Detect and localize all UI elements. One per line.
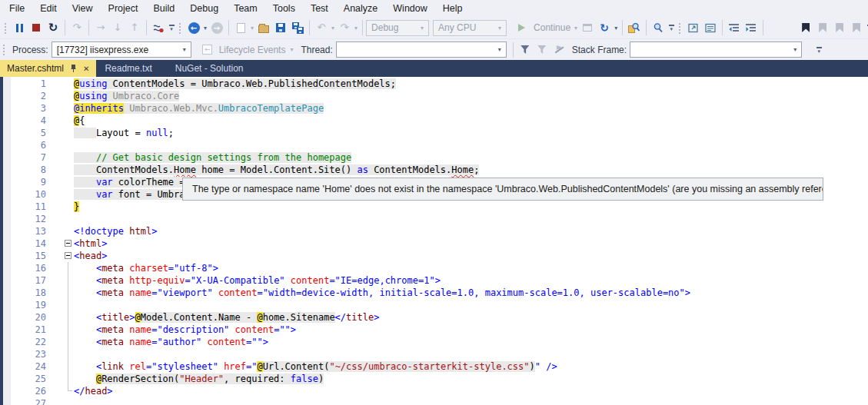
pin-icon[interactable] — [70, 65, 77, 73]
code-line[interactable]: 18 <meta name="viewport" content="width=… — [11, 287, 868, 299]
lifecycle-events-label[interactable]: Lifecycle Events — [219, 45, 286, 55]
menu-file[interactable]: File — [2, 0, 32, 17]
menu-view[interactable]: View — [65, 0, 101, 17]
chevron-down-icon[interactable]: ▾ — [202, 25, 208, 32]
break-all-button[interactable] — [11, 18, 28, 37]
menu-help[interactable]: Help — [435, 0, 471, 17]
toolbar-grip[interactable] — [4, 22, 8, 35]
outdent-button[interactable] — [726, 18, 743, 37]
stop-debugging-button[interactable] — [28, 18, 45, 37]
show-threads-button[interactable] — [150, 18, 167, 37]
solution-platform-combo[interactable]: Any CPU▾ — [433, 20, 507, 36]
tab-nuget-solution[interactable]: NuGet - Solution — [168, 60, 251, 77]
code-line[interactable]: 19 — [11, 299, 868, 311]
code-line[interactable]: 7 // Get basic design settings from the … — [11, 151, 868, 164]
continue-label[interactable]: Continue — [534, 22, 570, 33]
collapse-icon[interactable] — [65, 240, 72, 247]
code-line[interactable]: 23 — [11, 348, 868, 360]
menu-tools[interactable]: Tools — [265, 0, 303, 17]
menu-test[interactable]: Test — [303, 0, 336, 17]
code-line[interactable]: 27 — [11, 397, 868, 405]
code-line[interactable]: 17 <meta http-equiv="X-UA-Compatible" co… — [11, 274, 868, 287]
step-out-button[interactable]: ↑ — [126, 18, 143, 37]
suspend-flag-button[interactable] — [550, 41, 567, 59]
toggle-bookmark-button[interactable] — [797, 18, 814, 37]
find-in-files-button[interactable] — [626, 18, 643, 37]
open-file-button[interactable] — [255, 18, 272, 37]
flag-filter-button[interactable] — [534, 41, 550, 59]
chevron-down-icon[interactable]: ▾ — [288, 46, 294, 53]
new-file-button[interactable] — [232, 18, 249, 37]
code-line[interactable]: 16 <meta charset="utf-8"> — [11, 262, 868, 274]
solution-config-combo[interactable]: Debug▾ — [366, 20, 429, 36]
code-line[interactable]: 22 <meta name="author" content=""> — [11, 336, 868, 348]
code-line[interactable]: 20 <title>@Model.Content.Name - @home.Si… — [11, 311, 868, 324]
menu-debug[interactable]: Debug — [182, 0, 226, 17]
indent-button[interactable] — [743, 18, 760, 37]
next-bookmark-button[interactable] — [831, 18, 848, 37]
stack-frame-combo[interactable]: ▾ — [630, 41, 802, 58]
code-line[interactable]: 5 Layout = null; — [11, 127, 868, 139]
toolbar-grip[interactable] — [178, 22, 182, 35]
thread-combo[interactable]: ▾ — [336, 41, 507, 58]
toolbar-overflow-icon[interactable]: ▾ — [167, 25, 176, 31]
collapse-icon[interactable] — [65, 252, 72, 259]
show-next-statement-button[interactable]: ↷ — [68, 18, 85, 37]
lifecycle-box-button[interactable]: ← — [199, 41, 216, 59]
code-line[interactable]: 21 <meta name="description" content=""> — [11, 324, 868, 336]
redo-button[interactable]: ↷ — [336, 18, 353, 37]
code-line[interactable]: 2@using Umbraco.Core — [11, 90, 868, 102]
code-editor[interactable]: 1@using ContentModels = Umbraco.Web.Publ… — [0, 77, 868, 405]
navigate-forward-button[interactable]: → — [208, 18, 225, 37]
tab-master-cshtml[interactable]: Master.cshtml✕ — [0, 60, 96, 77]
restart-button[interactable]: ↻ — [45, 18, 62, 37]
code-line[interactable]: 14<html> — [11, 237, 868, 250]
step-over-button[interactable]: → — [92, 18, 109, 37]
menu-window[interactable]: Window — [385, 0, 434, 17]
toolbar-grip[interactable] — [678, 22, 682, 35]
code-line[interactable]: 11} — [11, 201, 868, 213]
code-line[interactable]: 25 @RenderSection("Header", required: fa… — [11, 373, 868, 385]
tab-readme-txt[interactable]: Readme.txt — [98, 60, 158, 77]
close-icon[interactable]: ✕ — [80, 65, 92, 73]
refresh-button[interactable]: ↻ — [596, 18, 613, 37]
process-combo[interactable]: [17732] iisexpress.exe▾ — [52, 41, 191, 58]
code-line[interactable]: 12 — [11, 213, 868, 225]
menu-team[interactable]: Team — [226, 0, 265, 17]
application-window-button[interactable] — [579, 18, 596, 37]
code-line[interactable]: 6 — [11, 139, 868, 151]
code-line[interactable]: 15<head> — [11, 250, 868, 262]
code-line[interactable]: 26</head> — [11, 385, 868, 397]
code-line[interactable]: 8 ContentModels.Home home = Model.Conten… — [11, 164, 868, 176]
toolbar-overflow-icon[interactable]: ▾ — [814, 47, 823, 53]
code-line[interactable]: 24 <link rel="stylesheet" href="@Url.Con… — [11, 360, 868, 373]
frame-lines-button[interactable] — [702, 18, 719, 37]
code-line[interactable]: 4@{ — [11, 115, 868, 127]
chevron-down-icon[interactable]: ▾ — [613, 25, 619, 32]
toolbar-overflow-icon[interactable]: ▾ — [865, 25, 868, 31]
step-into-button[interactable]: ↓ — [109, 18, 126, 37]
undo-button[interactable]: ↶ — [313, 18, 330, 37]
continue-button[interactable] — [513, 18, 530, 37]
chevron-down-icon[interactable]: ▾ — [249, 25, 255, 32]
filter-threads-button[interactable] — [517, 41, 534, 59]
menu-edit[interactable]: Edit — [32, 0, 65, 17]
clear-bookmarks-button[interactable] — [848, 18, 865, 37]
previous-bookmark-button[interactable] — [814, 18, 831, 37]
toolbar-overflow-icon[interactable]: ▾ — [667, 25, 676, 31]
menu-project[interactable]: Project — [101, 0, 146, 17]
chevron-down-icon[interactable]: ▾ — [330, 25, 336, 32]
navigate-backward-button[interactable]: ← — [185, 18, 202, 37]
chevron-down-icon[interactable]: ▾ — [573, 25, 579, 32]
outline-margin[interactable] — [49, 250, 74, 262]
save-all-button[interactable] — [289, 18, 306, 37]
code-line[interactable]: 3@inherits Umbraco.Web.Mvc.UmbracoTempla… — [11, 102, 868, 115]
code-line[interactable]: 1@using ContentModels = Umbraco.Web.Publ… — [11, 78, 868, 90]
outline-margin[interactable] — [49, 237, 74, 250]
menu-build[interactable]: Build — [145, 0, 182, 17]
frame-arrow-button[interactable] — [685, 18, 702, 37]
indicator-margin[interactable] — [3, 77, 11, 405]
chevron-down-icon[interactable]: ▾ — [353, 25, 359, 32]
code-line[interactable]: 13<!doctype html> — [11, 225, 868, 237]
save-button[interactable] — [272, 18, 289, 37]
